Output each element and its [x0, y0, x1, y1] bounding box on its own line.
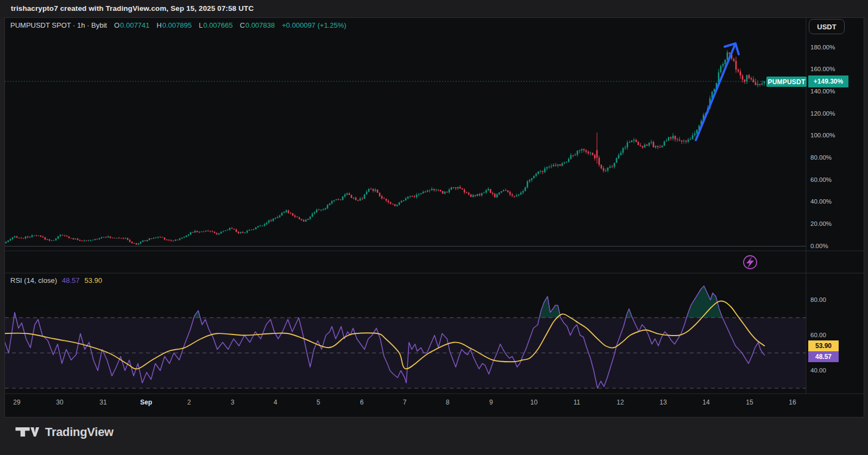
symbol-title: PUMPUSDT SPOT · 1h · Bybit — [10, 21, 107, 29]
time-axis-label: 7 — [403, 399, 407, 406]
time-axis-label: 2 — [187, 399, 191, 406]
rsi-ma-value-label: 53.90 — [808, 340, 839, 351]
price-axis-label: 140.00% — [810, 88, 835, 94]
time-axis-label: 3 — [231, 399, 235, 406]
time-axis-label: 16 — [789, 399, 796, 406]
ohlc-open: O0.007741 — [114, 21, 149, 29]
price-axis-label: 160.00% — [810, 66, 835, 72]
price-axis-label: 100.00% — [810, 132, 835, 138]
time-axis-label: 31 — [99, 399, 106, 406]
tradingview-published-chart: trishacrypto7 created with TradingView.c… — [0, 0, 868, 455]
time-axis-label: 12 — [617, 399, 624, 406]
rsi-axis-label: 60.00 — [810, 332, 826, 338]
ohlc-close: C0.007838 — [240, 21, 275, 29]
time-axis-label: 6 — [360, 399, 364, 406]
ohlc-high: H0.007895 — [156, 21, 192, 29]
lightning-icon — [746, 256, 754, 268]
time-axis-label: 5 — [317, 399, 320, 406]
tradingview-logo-icon — [15, 425, 40, 439]
ohlc-change: +0.000097 (+1.25%) — [282, 21, 347, 29]
rsi-legend: RSI (14, close) 48.57 53.90 — [10, 276, 102, 285]
rsi-title: RSI (14, close) — [10, 276, 57, 285]
price-axis-label: 0.00% — [810, 243, 828, 249]
tradingview-logo-text: TradingView — [45, 425, 114, 439]
rsi-ma-current-value: 53.90 — [85, 276, 103, 285]
time-axis-label: 13 — [659, 399, 666, 406]
rsi-value-label: 48.57 — [808, 351, 839, 362]
rsi-axis-label: 80.00 — [810, 296, 826, 303]
rsi-current-value: 48.57 — [62, 276, 80, 285]
time-axis-label: 29 — [13, 399, 20, 406]
symbol-legend: PUMPUSDT SPOT · 1h · Bybit O0.007741 H0.… — [10, 21, 347, 29]
price-axis-label: 40.00% — [810, 198, 832, 205]
candle-wicks-up — [6, 50, 764, 245]
time-axis-label: 11 — [574, 399, 580, 406]
currency-toggle-button[interactable]: USDT — [809, 19, 845, 34]
price-axis-label: 180.00% — [810, 44, 835, 50]
price-axis-label: 20.00% — [810, 220, 832, 227]
time-axis-label: 4 — [274, 399, 278, 406]
symbol-price-label: PUMPUSDT — [766, 77, 807, 87]
time-axis-label: Sep — [140, 399, 152, 406]
time-axis-label: 30 — [56, 399, 63, 406]
price-axis-label: 120.00% — [810, 110, 835, 117]
price-axis-label: 60.00% — [810, 176, 832, 183]
price-change-label: +149.30% — [808, 75, 848, 87]
rsi-axis-label: 40.00 — [810, 367, 826, 374]
chart-canvas[interactable] — [0, 0, 868, 455]
footer-bar: TradingView — [0, 418, 868, 455]
time-axis-label: 15 — [746, 399, 753, 406]
tradingview-logo[interactable]: TradingView — [15, 425, 114, 439]
time-axis-label: 9 — [489, 399, 493, 406]
boost-button[interactable] — [744, 256, 757, 269]
time-axis-label: 10 — [530, 399, 537, 406]
price-axis-label: 80.00% — [810, 154, 832, 161]
ohlc-low: L0.007665 — [199, 21, 232, 29]
time-axis-label: 8 — [446, 399, 450, 406]
time-axis-label: 14 — [702, 399, 709, 406]
